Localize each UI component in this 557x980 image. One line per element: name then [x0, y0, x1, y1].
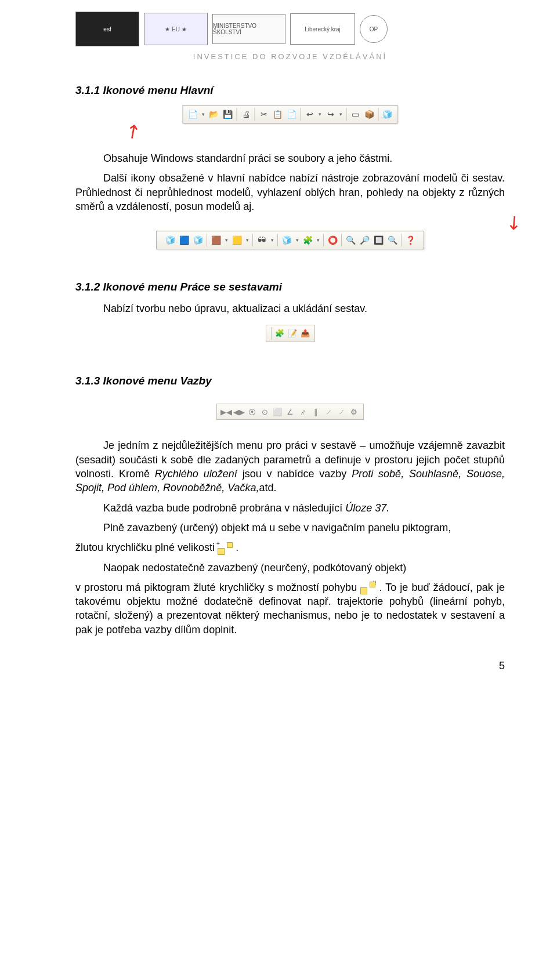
logo-eu: ★ EU ★: [144, 13, 208, 45]
angle-icon[interactable]: ∠: [284, 406, 296, 418]
italic-text: Úloze 37.: [345, 502, 389, 514]
dropdown-icon[interactable]: ▾: [244, 237, 250, 243]
create-assembly-icon[interactable]: 🧩: [274, 327, 285, 339]
dropdown-icon[interactable]: ▾: [315, 237, 321, 243]
italic-text: Rychlého uložení: [155, 468, 237, 480]
logo-liberecky-kraj: Liberecký kraj: [290, 13, 355, 45]
section-3-1-3-p5: Naopak nedostatečně zavazbený (neurčený,…: [75, 561, 505, 575]
section-name: Práce se sestavami: [180, 281, 282, 293]
section-number: 3.1.1 Ikonové menu: [75, 84, 180, 96]
shadow-icon[interactable]: 🕶: [255, 234, 268, 246]
box-icon[interactable]: 📦: [363, 108, 376, 121]
separator: [346, 108, 347, 121]
tangent-icon[interactable]: ⫽: [297, 406, 309, 418]
text: v prostoru má piktogram žluté krychličky…: [75, 582, 360, 593]
toolbar-main-with-arrow: 📄 ▾ 📂 💾 🖨 ✂ 📋 📄 ↩ ▾ ↪ ▾ ▭ 📦 🧊 ↗: [75, 105, 505, 146]
separator: [271, 327, 272, 340]
scene-icon[interactable]: 🧩: [301, 234, 314, 246]
toolbar-assembly: 🧩 📝 📤: [266, 325, 315, 342]
wire-view-icon[interactable]: 🧊: [191, 234, 204, 246]
cam-icon[interactable]: ⚙: [348, 406, 360, 418]
section-name: Vazby: [180, 375, 212, 387]
solid-view-icon[interactable]: 🧊: [164, 234, 176, 246]
edit-assembly-icon[interactable]: 📝: [287, 327, 298, 339]
separator: [207, 234, 207, 246]
separator: [237, 108, 237, 121]
mate-align-icon[interactable]: ◀▶: [233, 406, 245, 418]
section-3-1-1-title: 3.1.1 Ikonové menu Hlavní: [75, 84, 505, 97]
mate-against-icon[interactable]: ▶◀: [220, 406, 232, 418]
orbit-icon[interactable]: ⭕: [326, 234, 339, 246]
logo-ministerstvo: MINISTERSTVO ŠKOLSTVÍ: [212, 14, 285, 44]
section-name: Hlavní: [180, 84, 214, 96]
print-icon[interactable]: 🖨: [240, 108, 252, 121]
toolbar-constraints: ▶◀ ◀▶ ⦿ ⊙ ⬜ ∠ ⫽ ∥ ⟋ ⟋ ⚙: [216, 404, 364, 420]
toolbar-main: 📄 ▾ 📂 💾 🖨 ✂ 📋 📄 ↩ ▾ ↪ ▾ ▭ 📦 🧊: [183, 105, 398, 124]
separator: [277, 234, 278, 246]
save-icon[interactable]: 💾: [222, 108, 234, 121]
logo-esf: esf: [75, 12, 139, 46]
section-3-1-1-p2: Další ikony obsažené v hlavní nabídce na…: [75, 171, 505, 213]
red-arrow-icon: ↗: [501, 210, 527, 237]
hidden-view-icon[interactable]: 🟦: [178, 234, 190, 246]
undo-icon[interactable]: ↩: [303, 108, 316, 121]
save-assembly-icon[interactable]: 📤: [299, 327, 311, 339]
text: Každá vazba bude podrobně probrána v nás…: [103, 502, 345, 514]
coincident-icon[interactable]: ⬜: [272, 406, 283, 418]
page-number: 5: [75, 660, 505, 672]
header-logos: esf ★ EU ★ MINISTERSTVO ŠKOLSTVÍ Liberec…: [75, 12, 505, 46]
section-3-1-3-p6: v prostoru má piktogram žluté krychličky…: [75, 580, 505, 637]
full-cube-icon: +: [218, 542, 233, 555]
dropdown-icon[interactable]: ▾: [269, 237, 275, 243]
zoom-icon[interactable]: 🔍: [386, 234, 399, 246]
cut-icon[interactable]: ✂: [258, 108, 270, 121]
new-file-icon[interactable]: 📄: [187, 108, 200, 121]
camera-icon[interactable]: 🧊: [280, 234, 293, 246]
text: .: [236, 542, 238, 553]
cube-icon[interactable]: 🧊: [381, 108, 394, 121]
fit-icon[interactable]: 🔲: [372, 234, 385, 246]
text: žlutou krychličku plné velikosti: [75, 542, 218, 553]
text: jsou v nabídce vazby: [237, 468, 352, 480]
section-3-1-3-p2: Každá vazba bude podrobně probrána v nás…: [75, 501, 505, 515]
movable-cube-icon: ⠿: [360, 582, 375, 594]
dropdown-icon[interactable]: ▾: [201, 111, 207, 117]
separator: [323, 234, 324, 246]
section-3-1-2-title: 3.1.2 Ikonové menu Práce se sestavami: [75, 281, 505, 293]
separator: [301, 108, 301, 121]
text: atd.: [259, 482, 277, 493]
redo-icon[interactable]: ↪: [324, 108, 337, 121]
section-3-1-3-title: 3.1.3 Ikonové menu Vazby: [75, 375, 505, 387]
help-icon[interactable]: ❓: [404, 234, 417, 246]
copy-icon[interactable]: 📋: [272, 108, 284, 121]
header-subtitle: INVESTICE DO ROZVOJE VZDĚLÁVÁNÍ: [75, 52, 505, 61]
separator: [255, 108, 255, 121]
color2-icon[interactable]: 🟨: [230, 234, 243, 246]
section-3-1-2-p1: Nabízí tvorbu nebo úpravu, aktualizaci a…: [75, 302, 505, 315]
separator: [378, 108, 379, 121]
slash2-icon[interactable]: ⟋: [335, 406, 347, 418]
slash1-icon[interactable]: ⟋: [323, 406, 334, 418]
zoom-area-icon[interactable]: 🔎: [358, 234, 371, 246]
color-icon[interactable]: 🟫: [209, 234, 222, 246]
separator: [401, 234, 402, 246]
dropdown-icon[interactable]: ▾: [317, 111, 323, 117]
page: esf ★ EU ★ MINISTERSTVO ŠKOLSTVÍ Liberec…: [0, 0, 557, 695]
concentric-icon[interactable]: ⊙: [259, 406, 270, 418]
toolbar-view-with-arrow: 🧊 🟦 🧊 🟫 ▾ 🟨 ▾ 🕶 ▾ 🧊 ▾ 🧩 ▾ ⭕ 🔍 🔎 🔲 🔍 ❓: [75, 223, 505, 263]
paste-icon[interactable]: 📄: [285, 108, 298, 121]
section-3-1-3-p4: žlutou krychličku plné velikosti + .: [75, 540, 505, 554]
zoom-in-icon[interactable]: 🔍: [344, 234, 357, 246]
section-3-1-1-p1: Obsahuje Windows standardní práci se sou…: [75, 151, 505, 165]
dropdown-icon[interactable]: ▾: [294, 237, 300, 243]
parallel-icon[interactable]: ∥: [310, 406, 321, 418]
red-arrow-icon: ↗: [120, 118, 146, 145]
open-icon[interactable]: 📂: [208, 108, 220, 121]
section-3-1-3-p1: Je jedním z nejdůležitějších menu pro pr…: [75, 438, 505, 495]
section-number: 3.1.3 Ikonové menu: [75, 375, 180, 387]
dropdown-icon[interactable]: ▾: [338, 111, 344, 117]
coaxial-icon[interactable]: ⦿: [246, 406, 258, 418]
separator: [252, 234, 253, 246]
sketch-icon[interactable]: ▭: [349, 108, 362, 121]
dropdown-icon[interactable]: ▾: [223, 237, 229, 243]
